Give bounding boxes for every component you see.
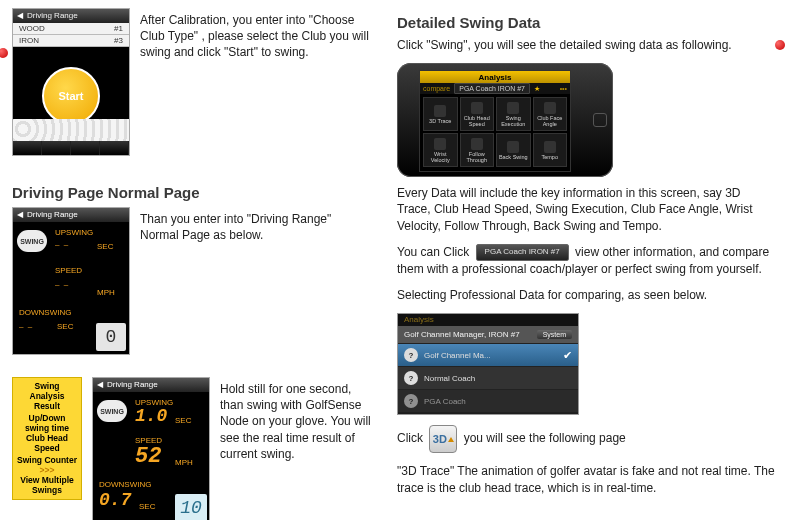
analysis-title: Analysis <box>420 71 570 83</box>
start-label: Start <box>58 90 83 102</box>
heading-driving-normal: Driving Page Normal Page <box>12 184 372 201</box>
bullet-dot-icon <box>0 48 8 58</box>
speed-label: SPEED <box>55 266 82 275</box>
mph-unit: MPH <box>175 458 193 467</box>
legend-yellow-panel: Swing Analysis Result Up/Down swing time… <box>12 377 82 500</box>
list-item[interactable]: ? PGA Coach <box>398 390 578 413</box>
swing-counter[interactable]: 0 <box>96 323 126 351</box>
club-row[interactable]: WOOD #1 <box>13 23 129 35</box>
back-icon[interactable]: ◀ <box>97 378 103 392</box>
cell-label: Tempo <box>541 154 558 160</box>
analysis-cell-wristvelocity[interactable]: Wrist Velocity <box>423 133 458 167</box>
analysis-grid: 3D Trace Club Head Speed Swing Execution… <box>420 94 570 170</box>
sec-unit: SEC <box>57 322 73 331</box>
club-name: IRON <box>19 36 39 45</box>
club-type-table: WOOD #1 IRON #3 <box>13 23 129 47</box>
para-every-data: Every Data will include the key informat… <box>397 185 777 234</box>
phone-topbar: ◀ Driving Range <box>13 208 129 222</box>
list-label: Golf Channel Manager, IRON #7 <box>404 330 520 339</box>
hold-paragraph: Hold still for one second, than swing wi… <box>220 381 372 462</box>
normal-page-paragraph: Than you enter into "Driving Range" Norm… <box>140 211 372 345</box>
intro-paragraph: After Calibration, you enter into "Choos… <box>140 12 372 146</box>
cell-label: Club Face Angle <box>535 115 566 127</box>
screenshot-pro-list: Analysis Golf Channel Manager, IRON #7 S… <box>397 313 579 415</box>
compare-tab[interactable]: compare <box>423 85 450 92</box>
phone-topbar: ◀ Driving Range <box>13 9 129 23</box>
star-icon[interactable]: ★ <box>534 85 540 93</box>
para-selecting-pro: Selecting Professional Data for comparin… <box>397 287 777 303</box>
analysis-cell-followthrough[interactable]: Follow Through <box>460 133 495 167</box>
sec-unit: SEC <box>139 502 155 511</box>
tab-item[interactable] <box>42 141 71 155</box>
tab-item[interactable] <box>100 141 129 155</box>
swing-badge[interactable]: SWING <box>17 230 47 252</box>
analysis-cell-swingexecution[interactable]: Swing Execution <box>496 97 531 131</box>
compare-pill-button[interactable]: PGA Coach IRON #7 <box>476 244 569 261</box>
para-text: You can Click <box>397 245 469 259</box>
phone-title: Driving Range <box>107 378 158 392</box>
question-icon: ? <box>404 371 418 385</box>
analysis-cell-clubheadspeed[interactable]: Club Head Speed <box>460 97 495 131</box>
golfball-texture <box>13 119 129 141</box>
list-item[interactable]: ? Normal Coach <box>398 367 578 390</box>
screenshot-analysis-landscape: Analysis compare PGA Coach IRON #7 ★ •••… <box>397 63 613 177</box>
list-item[interactable]: Golf Channel Manager, IRON #7 System <box>398 326 578 344</box>
para-click-swing: Click "Swing", you will see the detailed… <box>397 37 777 53</box>
para-click-3d: Click 3D you will see the following page <box>397 425 777 453</box>
menu-dots-icon[interactable]: ••• <box>560 85 567 92</box>
analysis-header: Analysis <box>398 314 578 326</box>
list-item-selected[interactable]: ? Golf Channel Ma... ✔ <box>398 344 578 367</box>
cell-label: 3D Trace <box>429 118 451 124</box>
back-icon[interactable]: ◀ <box>17 208 23 222</box>
check-icon: ✔ <box>563 349 572 362</box>
analysis-cell-clubfaceangle[interactable]: Club Face Angle <box>533 97 568 131</box>
downswing-value: 0.7 <box>99 490 131 510</box>
screenshot-driving-range-start: ◀ Driving Range WOOD #1 IRON #3 Start <box>12 8 130 156</box>
club-num: #1 <box>114 24 123 33</box>
list-label: PGA Coach <box>424 397 466 406</box>
cell-label: Follow Through <box>462 151 493 163</box>
downswing-label: DOWNSWING <box>19 308 71 317</box>
bullet-dot-icon <box>775 40 785 50</box>
mph-unit: MPH <box>97 288 115 297</box>
cell-label: Wrist Velocity <box>425 151 456 163</box>
upswing-value: 1.0 <box>135 406 167 426</box>
swing-badge[interactable]: SWING <box>97 400 127 422</box>
value-placeholder: – – <box>55 240 69 249</box>
sec-unit: SEC <box>97 242 113 251</box>
tab-item[interactable] <box>71 141 100 155</box>
3d-label: 3D <box>433 432 447 447</box>
club-num: #3 <box>114 36 123 45</box>
speed-value: 52 <box>135 444 161 469</box>
swing-counter[interactable]: 10 <box>175 494 207 520</box>
back-icon[interactable]: ◀ <box>17 9 23 23</box>
value-placeholder: – – <box>55 280 69 289</box>
start-button[interactable]: Start <box>42 67 100 125</box>
legend-line: View Multiple Swings <box>16 476 78 496</box>
home-button-icon[interactable] <box>593 113 607 127</box>
3d-icon[interactable]: 3D <box>429 425 457 453</box>
sec-unit: SEC <box>175 416 191 425</box>
list-label: Golf Channel Ma... <box>424 351 491 360</box>
list-label: Normal Coach <box>424 374 475 383</box>
cell-label: Swing Execution <box>498 115 529 127</box>
question-icon: ? <box>404 348 418 362</box>
club-name: WOOD <box>19 24 45 33</box>
downswing-label: DOWNSWING <box>99 480 151 489</box>
phone-title: Driving Range <box>27 9 78 23</box>
para-text: Click <box>397 432 423 446</box>
para-3d-trace: "3D Trace" The animation of golfer avata… <box>397 463 777 495</box>
screenshot-driving-normal: ◀ Driving Range SWING UPSWING SEC – – SP… <box>12 207 130 355</box>
tab-item[interactable] <box>13 141 42 155</box>
question-icon: ? <box>404 394 418 408</box>
para-text: you will see the following page <box>464 432 626 446</box>
club-row[interactable]: IRON #3 <box>13 35 129 47</box>
system-tag: System <box>537 330 572 339</box>
analysis-cell-tempo[interactable]: Tempo <box>533 133 568 167</box>
para-you-can-click: You can Click PGA Coach IRON #7 view oth… <box>397 244 777 277</box>
screenshot-swing-result: ◀ Driving Range SWING UPSWING 1.0 SEC SP… <box>92 377 210 520</box>
analysis-cell-3dtrace[interactable]: 3D Trace <box>423 97 458 131</box>
compare-chip[interactable]: PGA Coach IRON #7 <box>454 83 530 94</box>
value-placeholder: – – <box>19 322 33 331</box>
analysis-cell-backswing[interactable]: Back Swing <box>496 133 531 167</box>
